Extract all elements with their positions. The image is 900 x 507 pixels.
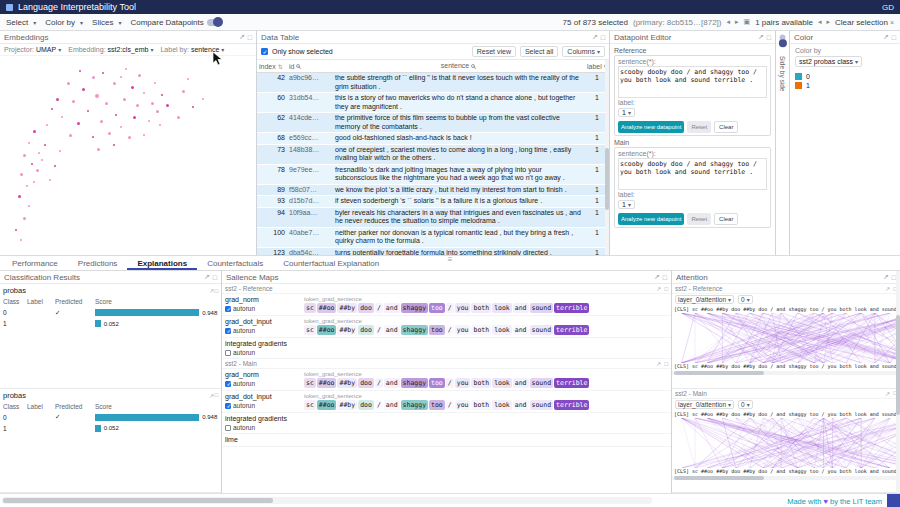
- head-select[interactable]: 0▾: [738, 400, 753, 409]
- salience-token[interactable]: you: [455, 378, 471, 388]
- salience-token[interactable]: both: [471, 378, 491, 388]
- embedding-point[interactable]: [46, 124, 48, 126]
- embedding-point[interactable]: [125, 68, 127, 70]
- salience-token[interactable]: look: [492, 378, 512, 388]
- embedding-point[interactable]: [128, 136, 131, 139]
- salience-token[interactable]: sc: [304, 325, 316, 335]
- scrollbar-thumb[interactable]: [674, 476, 764, 480]
- compare-datapoints-control[interactable]: Compare Datapoints: [130, 18, 221, 27]
- table-row[interactable]: 68e569cc…good old-fashioned slash-and-ha…: [257, 133, 609, 145]
- maximize-icon[interactable]: □: [601, 34, 605, 41]
- salience-token[interactable]: ##oo: [317, 325, 337, 335]
- embedding-point[interactable]: [56, 98, 59, 101]
- salience-token[interactable]: ##oo: [317, 400, 337, 410]
- column-header-index[interactable]: index⇅: [257, 62, 287, 71]
- popout-icon[interactable]: ↗: [592, 33, 598, 41]
- salience-token[interactable]: shaggy: [401, 303, 428, 313]
- color-by-select[interactable]: sst2 probas class▾: [795, 56, 862, 67]
- embedding-point[interactable]: [120, 126, 122, 128]
- table-row[interactable]: 42a9bc96…the subtle strength of `` ellin…: [257, 73, 609, 93]
- embedding-point[interactable]: [156, 110, 159, 113]
- embedding-point[interactable]: [15, 229, 17, 231]
- salience-token[interactable]: /: [446, 378, 454, 388]
- salience-token[interactable]: ##oo: [317, 303, 337, 313]
- popout-icon[interactable]: ↗: [885, 390, 890, 397]
- salience-token[interactable]: you: [455, 325, 471, 335]
- embedding-point[interactable]: [23, 217, 26, 220]
- embedding-point[interactable]: [102, 72, 104, 74]
- embedding-point[interactable]: [26, 185, 28, 187]
- embedding-point[interactable]: [192, 106, 194, 108]
- embedding-point[interactable]: [120, 76, 122, 78]
- tab-counterfactual-explanation[interactable]: Counterfactual Explanation: [273, 256, 389, 270]
- embedding-point[interactable]: [131, 86, 134, 89]
- embedding-point[interactable]: [72, 100, 75, 103]
- popout-icon[interactable]: ↗: [656, 360, 661, 367]
- autorun-control[interactable]: autorun: [225, 402, 299, 409]
- table-row[interactable]: 73148b38…one of creepiest , scariest mov…: [257, 145, 609, 165]
- embedding-point[interactable]: [182, 90, 185, 93]
- salience-token[interactable]: ##by: [337, 303, 357, 313]
- table-row[interactable]: 9410f9aa…byler reveals his characters in…: [257, 208, 609, 228]
- salience-token[interactable]: and: [513, 325, 529, 335]
- embedding-scatter-plot[interactable]: [0, 56, 256, 255]
- popout-icon[interactable]: ↗: [758, 33, 764, 41]
- salience-token[interactable]: both: [471, 400, 491, 410]
- salience-token[interactable]: too: [429, 325, 445, 335]
- maximize-icon[interactable]: □: [248, 34, 252, 41]
- salience-token[interactable]: and: [384, 303, 400, 313]
- color-by-menu[interactable]: Color by▾: [45, 18, 83, 27]
- salience-token[interactable]: doo: [358, 303, 374, 313]
- embedding-point[interactable]: [108, 132, 111, 135]
- table-row[interactable]: 89f58c07…we know the plot 's a little cr…: [257, 185, 609, 197]
- embedding-point[interactable]: [92, 76, 95, 79]
- salience-token[interactable]: doo: [358, 378, 374, 388]
- embedding-point[interactable]: [202, 98, 204, 100]
- salience-token[interactable]: sc: [304, 378, 316, 388]
- scrollbar-thumb[interactable]: [3, 498, 273, 503]
- embedding-point[interactable]: [133, 116, 136, 119]
- embedding-point[interactable]: [97, 148, 100, 151]
- salience-token[interactable]: /: [375, 400, 383, 410]
- table-row[interactable]: 789e79ee…fresnadillo 's dark and jolting…: [257, 165, 609, 185]
- compare-toggle-switch[interactable]: [207, 19, 222, 26]
- vertical-scrollbar[interactable]: [896, 271, 900, 493]
- scrollbar-thumb[interactable]: [605, 148, 609, 210]
- embedding-point[interactable]: [166, 104, 169, 107]
- salience-token[interactable]: both: [471, 303, 491, 313]
- sort-icon[interactable]: ⇅: [278, 63, 283, 70]
- salience-token[interactable]: and: [513, 400, 529, 410]
- embedding-point[interactable]: [20, 173, 23, 176]
- salience-token[interactable]: and: [513, 303, 529, 313]
- table-row[interactable]: 93d15b7d…if steven soderbergh 's `` sola…: [257, 196, 609, 208]
- sentence-input[interactable]: scooby dooby doo / and shaggy too / you …: [618, 66, 767, 98]
- salience-token[interactable]: ##oo: [317, 378, 337, 388]
- embedding-point[interactable]: [113, 82, 116, 85]
- salience-token[interactable]: sound: [530, 325, 554, 335]
- search-icon[interactable]: [296, 64, 300, 68]
- reset-button[interactable]: Reset: [687, 121, 711, 133]
- label-select[interactable]: 1▾: [618, 200, 635, 209]
- slices-menu[interactable]: Slices▾: [92, 18, 121, 27]
- attention-visualization[interactable]: [CLS] sc ##oo ##by doo ##by doo / and sh…: [672, 410, 900, 480]
- salience-token[interactable]: terrible: [554, 400, 589, 410]
- table-row[interactable]: 6031db54…this is a story of two maverick…: [257, 93, 609, 113]
- tab-predictions[interactable]: Predictions: [68, 256, 128, 270]
- popout-icon[interactable]: ↗: [885, 285, 890, 292]
- popout-icon[interactable]: ↗: [883, 33, 889, 41]
- projector-select[interactable]: UMAP▾: [36, 46, 61, 53]
- salience-token[interactable]: sound: [530, 400, 554, 410]
- embedding-point[interactable]: [161, 94, 163, 96]
- embedding-point[interactable]: [59, 150, 61, 152]
- analyze-new-datapoint-button[interactable]: Analyze new datapoint: [618, 213, 684, 225]
- salience-token[interactable]: and: [384, 325, 400, 335]
- maximize-icon[interactable]: □: [664, 286, 668, 292]
- checkbox-icon[interactable]: [225, 328, 231, 334]
- embedding-point[interactable]: [82, 88, 85, 91]
- label-by-select[interactable]: sentence▾: [191, 46, 224, 53]
- autorun-control[interactable]: autorun: [225, 349, 299, 356]
- salience-token[interactable]: sc: [304, 400, 316, 410]
- maximize-icon[interactable]: □: [214, 288, 218, 294]
- checkbox-icon[interactable]: [225, 403, 231, 409]
- prev-datapoint-icon[interactable]: ◂: [726, 18, 730, 26]
